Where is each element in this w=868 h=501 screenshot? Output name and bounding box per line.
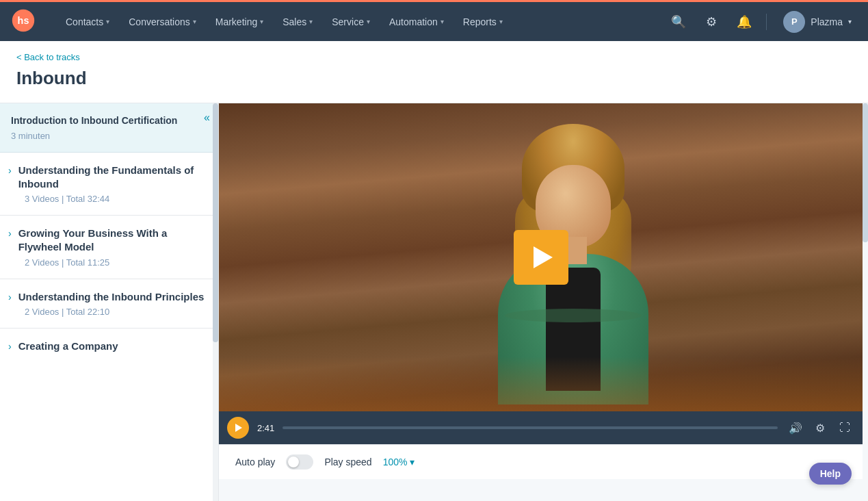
section-title: Understanding the Inbound Principles: [18, 290, 205, 304]
right-controls: 🔊 ⚙ ⛶: [786, 418, 854, 437]
sidebar-section-0[interactable]: › Understanding the Fundamentals of Inbo…: [0, 153, 218, 216]
section-title: Growing Your Business With a Flywheel Mo…: [18, 227, 207, 255]
sidebar-scrollbar[interactable]: [213, 103, 218, 501]
fullscreen-icon[interactable]: ⛶: [835, 418, 854, 437]
top-navigation: hs Contacts ▾ Conversations ▾ Marketing …: [0, 0, 868, 41]
play-icon: [534, 246, 553, 268]
sidebar-section-1[interactable]: › Growing Your Business With a Flywheel …: [0, 216, 218, 279]
section-header: › Growing Your Business With a Flywheel …: [8, 227, 207, 255]
section-meta: 3 Videos | Total 32:44: [25, 194, 207, 204]
nav-contacts[interactable]: Contacts ▾: [57, 11, 118, 33]
video-timestamp: 2:41: [257, 423, 274, 433]
toggle-knob: [288, 457, 299, 467]
breadcrumb[interactable]: < Back to tracks: [16, 52, 852, 62]
autoplay-label: Auto play: [235, 457, 275, 467]
page-header: < Back to tracks Inbound: [0, 41, 868, 103]
nav-service[interactable]: Service ▾: [324, 11, 378, 33]
bottom-light: [219, 357, 863, 411]
hubspot-logo[interactable]: hs: [11, 8, 47, 36]
video-wrapper: 2:41 🔊 ⚙ ⛶: [219, 103, 863, 444]
play-button[interactable]: [514, 230, 568, 285]
user-chevron-icon: ▾: [848, 18, 852, 25]
right-scrollbar-thumb: [863, 103, 868, 242]
sidebar-section-3[interactable]: › Creating a Company: [0, 329, 218, 364]
notifications-icon[interactable]: 🔔: [733, 11, 755, 33]
playspeed-selector[interactable]: 100% ▾: [383, 457, 415, 467]
section-header: › Creating a Company: [8, 339, 207, 353]
avatar: P: [783, 11, 805, 33]
username-label: Plazma: [811, 16, 843, 27]
page-title: Inbound: [16, 68, 852, 89]
search-icon[interactable]: 🔍: [668, 11, 689, 33]
nav-reports[interactable]: Reports ▾: [455, 11, 511, 33]
nav-sales[interactable]: Sales ▾: [274, 11, 321, 33]
active-item-title: Introduction to Inbound Certification: [11, 114, 185, 128]
video-bottom-controls: Auto play Play speed 100% ▾: [219, 444, 863, 479]
chevron-down-icon: ▾: [499, 18, 503, 25]
sidebar-active-item: Introduction to Inbound Certification 3 …: [0, 103, 218, 153]
settings-icon[interactable]: ⚙: [700, 11, 722, 33]
nav-divider: [766, 14, 767, 30]
section-header: › Understanding the Fundamentals of Inbo…: [8, 164, 207, 192]
section-title: Understanding the Fundamentals of Inboun…: [18, 164, 207, 192]
nav-conversations[interactable]: Conversations ▾: [120, 11, 205, 33]
autoplay-toggle[interactable]: [286, 454, 313, 470]
video-controls: 2:41 🔊 ⚙ ⛶: [219, 411, 863, 444]
svg-text:hs: hs: [18, 15, 29, 26]
playspeed-value: 100%: [383, 457, 408, 467]
sidebar-section-2[interactable]: › Understanding the Inbound Principles 2…: [0, 279, 218, 329]
video-thumbnail[interactable]: [219, 103, 863, 411]
chevron-right-icon: ›: [8, 341, 12, 352]
nav-items: Contacts ▾ Conversations ▾ Marketing ▾ S…: [57, 11, 668, 33]
chevron-down-icon: ▾: [410, 457, 415, 467]
nav-automation[interactable]: Automation ▾: [381, 11, 452, 33]
sidebar: « Introduction to Inbound Certification …: [0, 103, 219, 501]
section-meta: 2 Videos | Total 22:10: [25, 307, 207, 317]
section-header: › Understanding the Inbound Principles: [8, 290, 207, 304]
chevron-down-icon: ▾: [260, 18, 263, 25]
section-meta: 2 Videos | Total 11:25: [25, 257, 207, 268]
sidebar-scrollbar-thumb: [213, 103, 218, 342]
nav-marketing[interactable]: Marketing ▾: [207, 11, 272, 33]
sidebar-collapse-button[interactable]: «: [204, 112, 210, 124]
video-area: 2:41 🔊 ⚙ ⛶ Auto play Play spee: [219, 103, 863, 501]
page-content: < Back to tracks Inbound « Introduction …: [0, 41, 868, 501]
chevron-down-icon: ▾: [106, 18, 109, 25]
right-scrollbar[interactable]: [863, 103, 868, 501]
video-progress-bar[interactable]: [282, 426, 778, 429]
chevron-right-icon: ›: [8, 165, 12, 176]
chevron-down-icon: ▾: [440, 18, 444, 25]
volume-icon[interactable]: 🔊: [786, 418, 805, 437]
user-menu[interactable]: P Plazma ▾: [778, 8, 857, 36]
chevron-down-icon: ▾: [367, 18, 370, 25]
main-content: « Introduction to Inbound Certification …: [0, 103, 868, 501]
nav-right-controls: 🔍 ⚙ 🔔 P Plazma ▾: [668, 8, 857, 36]
video-play-button[interactable]: [227, 417, 249, 439]
settings-icon[interactable]: ⚙: [811, 418, 830, 437]
play-icon: [235, 424, 242, 432]
chevron-right-icon: ›: [8, 228, 12, 239]
playspeed-label: Play speed: [324, 457, 371, 467]
section-title: Creating a Company: [18, 339, 118, 353]
chevron-down-icon: ▾: [309, 18, 313, 25]
help-button[interactable]: Help: [809, 463, 852, 485]
active-item-meta: 3 minuten: [11, 131, 185, 141]
chevron-down-icon: ▾: [193, 18, 196, 25]
chevron-right-icon: ›: [8, 292, 12, 303]
